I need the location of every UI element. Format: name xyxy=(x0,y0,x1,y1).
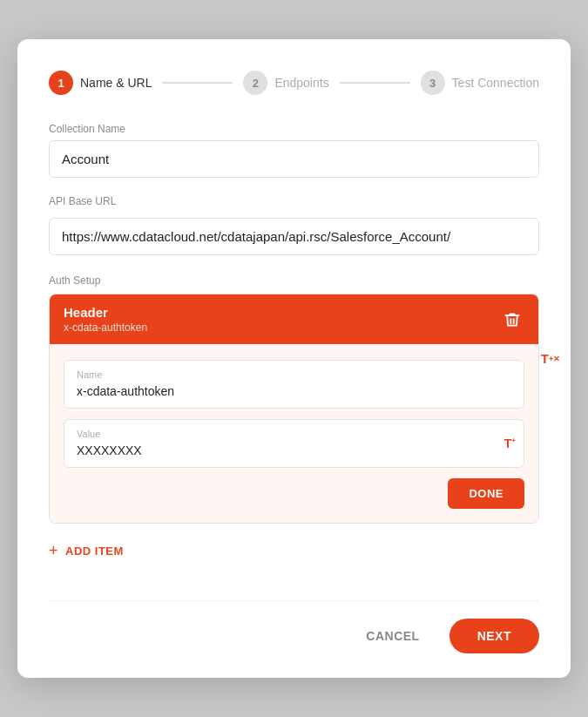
auth-name-field: Name xyxy=(64,360,524,409)
auth-card: Header x-cdata-authtoken Na xyxy=(49,294,539,524)
step-3-circle: 3 xyxy=(421,71,445,95)
add-item-button[interactable]: + ADD ITEM xyxy=(49,543,124,558)
auth-setup-label: Auth Setup xyxy=(49,274,539,287)
step-1-circle: 1 xyxy=(49,71,73,95)
auth-card-subtitle: x-cdata-authtoken xyxy=(64,321,147,334)
step-2-circle: 2 xyxy=(243,71,267,95)
step-1-label: Name & URL xyxy=(80,76,152,90)
footer: CANCEL NEXT xyxy=(49,600,539,653)
auth-value-row: Value T+ xyxy=(64,419,524,468)
done-button[interactable]: DONE xyxy=(448,478,524,509)
auth-card-title: Header xyxy=(64,305,147,320)
api-url-template-icon[interactable]: T+✕ xyxy=(539,348,562,370)
step-2: 2 Endpoints xyxy=(243,71,328,95)
step-2-label: Endpoints xyxy=(274,76,328,90)
plus-icon: + xyxy=(49,543,58,558)
api-base-url-input[interactable] xyxy=(49,218,539,255)
step-1: 1 Name & URL xyxy=(49,71,152,95)
auth-value-label: Value xyxy=(77,429,485,439)
cancel-button[interactable]: CANCEL xyxy=(350,620,435,652)
auth-card-header-left: Header x-cdata-authtoken xyxy=(64,305,147,334)
step-connector-1 xyxy=(162,82,233,84)
trash-icon xyxy=(504,311,521,328)
auth-card-body: Name Value T+ DONE xyxy=(50,344,538,523)
modal-container: 1 Name & URL 2 Endpoints 3 Test Connecti… xyxy=(17,39,571,678)
step-3-label: Test Connection xyxy=(452,76,539,90)
add-item-label: ADD ITEM xyxy=(65,545,124,558)
next-button[interactable]: NEXT xyxy=(449,619,539,653)
auth-card-header: Header x-cdata-authtoken xyxy=(50,294,538,344)
collection-name-label: Collection Name xyxy=(49,123,539,135)
auth-value-input[interactable] xyxy=(77,443,485,457)
stepper: 1 Name & URL 2 Endpoints 3 Test Connecti… xyxy=(49,71,539,95)
auth-value-template-icon[interactable]: T+ xyxy=(504,436,516,450)
api-url-row xyxy=(49,218,539,255)
api-base-url-label: API Base URL xyxy=(49,195,116,207)
step-connector-2 xyxy=(340,82,410,84)
auth-name-input[interactable] xyxy=(77,384,511,398)
auth-name-label: Name xyxy=(77,369,511,380)
auth-value-field: Value xyxy=(64,419,524,468)
step-3: 3 Test Connection xyxy=(421,71,539,95)
delete-auth-button[interactable] xyxy=(500,308,524,332)
collection-name-input[interactable] xyxy=(49,140,539,178)
